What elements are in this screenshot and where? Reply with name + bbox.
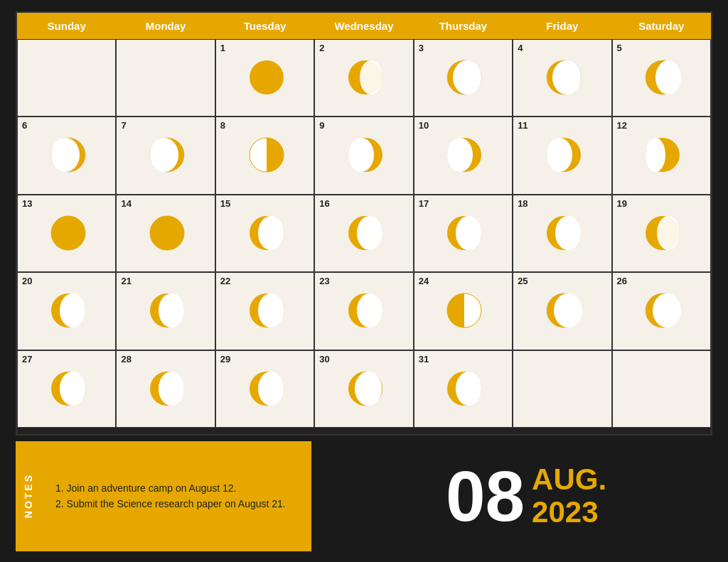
- header-cell: Thursday: [414, 13, 513, 39]
- day-cell: [17, 39, 116, 117]
- day-number: 17: [419, 198, 429, 209]
- svg-point-5: [453, 60, 481, 94]
- day-number: 11: [518, 120, 528, 131]
- moon-phase-icon: [147, 369, 184, 406]
- day-cell: 27: [17, 350, 116, 428]
- svg-point-2: [360, 60, 382, 94]
- svg-point-43: [60, 293, 85, 328]
- svg-point-65: [355, 372, 382, 406]
- day-cell: 25: [513, 272, 611, 350]
- day-cell: 1: [215, 39, 314, 117]
- header-cell: Friday: [513, 13, 611, 39]
- svg-point-27: [646, 138, 665, 172]
- svg-point-59: [60, 372, 85, 406]
- day-number: 8: [220, 120, 225, 131]
- day-number: 24: [419, 276, 429, 286]
- day-number: 31: [419, 354, 429, 364]
- day-cell: 26: [612, 272, 711, 350]
- note-item: 2. Submit the Science research paper on …: [55, 496, 297, 512]
- moon-phase-icon: [346, 369, 382, 406]
- day-cell: 8: [215, 117, 314, 195]
- moon-phase-icon: [147, 291, 184, 328]
- day-cell: 18: [513, 195, 611, 273]
- day-cell: 11: [513, 117, 611, 195]
- day-number: 14: [121, 198, 131, 209]
- day-cell: 28: [116, 350, 215, 428]
- moon-phase-icon: [48, 291, 85, 328]
- moon-phase-icon: [544, 58, 581, 94]
- moon-phase-icon: [444, 58, 481, 94]
- day-number: 29: [220, 354, 230, 364]
- svg-point-35: [357, 216, 382, 250]
- day-cell: 17: [414, 195, 513, 273]
- moon-phase-icon: [48, 135, 85, 172]
- day-cell: 30: [314, 350, 413, 428]
- day-cell: 3: [414, 39, 513, 117]
- moon-phase-icon: [544, 135, 581, 172]
- day-cell: 29: [215, 350, 314, 428]
- svg-point-61: [159, 372, 184, 406]
- svg-point-54: [554, 293, 582, 328]
- day-number: 4: [518, 43, 523, 53]
- moon-phase-icon: [247, 369, 284, 406]
- header-cell: Sunday: [17, 13, 116, 39]
- header-row: SundayMondayTuesdayWednesdayThursdayFrid…: [17, 13, 711, 39]
- notes-content: 1. Join an adventure camp on August 12.2…: [41, 441, 311, 551]
- moon-phase-icon: [643, 213, 680, 250]
- day-cell: 22: [215, 272, 314, 350]
- day-number: 1: [220, 43, 225, 53]
- day-number: 18: [518, 198, 528, 209]
- day-number: 9: [319, 120, 324, 131]
- svg-point-21: [348, 138, 374, 172]
- day-number: 28: [121, 354, 131, 364]
- moon-phase-icon: [643, 135, 680, 172]
- svg-point-63: [258, 372, 284, 406]
- svg-point-17: [150, 138, 178, 172]
- date-month-name: AUG.: [532, 463, 606, 496]
- header-cell: Tuesday: [215, 13, 314, 39]
- notes-text: 1. Join an adventure camp on August 12.2…: [55, 480, 297, 512]
- svg-point-39: [555, 216, 581, 250]
- svg-point-8: [552, 60, 581, 94]
- day-cell: 2: [314, 39, 413, 117]
- note-item: 1. Join an adventure camp on August 12.: [55, 480, 297, 496]
- moon-phase-icon: [643, 291, 680, 328]
- day-number: 21: [121, 276, 131, 286]
- day-cell: 24: [414, 272, 513, 350]
- day-cell: [612, 350, 711, 428]
- day-number: 6: [22, 120, 27, 131]
- moon-phase-icon: [247, 135, 284, 172]
- moon-phase-icon: [147, 213, 184, 250]
- day-number: 22: [220, 276, 230, 286]
- day-cell: 16: [314, 195, 413, 273]
- date-text: AUG. 2023: [532, 463, 606, 529]
- day-number: 7: [121, 120, 126, 131]
- svg-point-49: [357, 293, 382, 328]
- day-cell: 6: [17, 117, 116, 195]
- svg-point-25: [547, 138, 572, 172]
- svg-point-23: [447, 138, 473, 172]
- svg-point-11: [655, 60, 681, 94]
- notes-tab-label: NOTES: [23, 473, 34, 518]
- moon-phase-icon: [147, 135, 184, 172]
- day-cell: 31: [414, 350, 513, 428]
- day-number: 19: [617, 198, 627, 209]
- day-number: 26: [617, 276, 627, 286]
- day-number: 25: [518, 276, 528, 286]
- date-year: 2023: [532, 496, 606, 529]
- calendar-grid: SundayMondayTuesdayWednesdayThursdayFrid…: [16, 11, 712, 436]
- moon-phase-icon: [48, 213, 85, 250]
- moon-phase-icon: [48, 369, 85, 406]
- moon-phase-icon: [544, 291, 581, 328]
- day-cell: [513, 350, 611, 428]
- svg-point-45: [159, 293, 184, 328]
- moon-phase-icon: [444, 369, 481, 406]
- day-cell: 13: [17, 195, 116, 273]
- day-number: 13: [22, 198, 32, 209]
- moon-phase-icon: [544, 213, 581, 250]
- day-cell: 19: [612, 195, 711, 273]
- moon-phase-icon: [247, 213, 284, 250]
- svg-point-57: [653, 293, 681, 328]
- header-cell: Wednesday: [314, 13, 413, 39]
- header-cell: Saturday: [612, 13, 711, 39]
